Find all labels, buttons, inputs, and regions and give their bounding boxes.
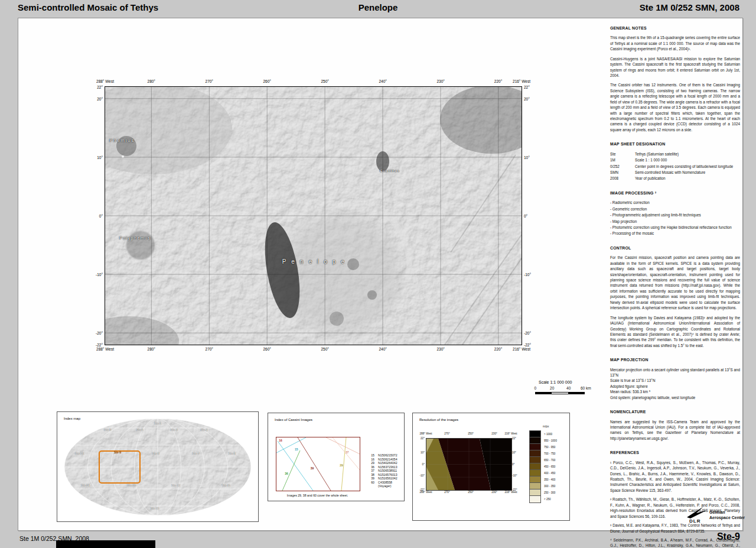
quad-label: Ste-3 xyxy=(170,428,177,432)
resolution-bin-label: 700 - 750 xyxy=(544,452,555,455)
feature-label: Euanthes xyxy=(380,169,399,173)
control-p2: The longitude system by Davies and Katay… xyxy=(610,315,740,349)
image-index-panel: Index of Cassini Images 161537293936 xyxy=(268,413,405,501)
scalebar: Scale 1:1 000 000 0204060 km xyxy=(535,380,600,394)
lat-label: -20° xyxy=(524,331,531,335)
resolution-bin-label: 950 - 1000 xyxy=(544,439,557,442)
res-lat-label: -10° xyxy=(420,474,425,477)
lon-label: 250° xyxy=(321,79,329,83)
image-processing-item: - Map projection xyxy=(610,219,740,224)
image-processing-item: - Radiometric correction xyxy=(610,200,740,205)
resolution-bin: < 250 xyxy=(529,496,557,502)
lon-label: 216° West xyxy=(513,347,530,351)
quad-label: Ste-12 xyxy=(171,484,180,487)
footprint-number: 29 xyxy=(340,463,343,467)
section-heading-nomenclature: NOMENCLATURE xyxy=(610,409,740,415)
lon-label: 220° xyxy=(494,347,502,351)
designation-term: Ste xyxy=(610,151,635,157)
resolution-caption: Resolution of the images xyxy=(419,418,458,421)
lat-label: -10° xyxy=(524,272,531,276)
lat-label: -20° xyxy=(96,331,103,335)
designation-term: SMN xyxy=(610,170,635,175)
bottom-black-bar xyxy=(56,540,155,548)
resolution-bin-label: 750 - 950 xyxy=(544,446,555,449)
reference-item: ¹ Porco, C.C., West, R.A., Squyres, S., … xyxy=(610,460,740,494)
image-number: 60 xyxy=(367,481,374,488)
designation-row: SMN Semi-controlled Mosaic with Nomencla… xyxy=(610,170,740,175)
resolution-bin-label: < 250 xyxy=(544,498,551,501)
image-footprint-plot: 161537293936 xyxy=(276,437,360,491)
resolution-lat-labels-left: 22°10°0°-10°-22° xyxy=(415,438,425,489)
quad-label: Ste-1 xyxy=(154,421,161,425)
lon-label: 270° xyxy=(206,347,213,351)
lon-label: 280° xyxy=(148,347,155,351)
main-map: 288° West280°270°260°250°240°230°220°216… xyxy=(105,86,522,345)
resolution-bin-label: 350 - 400 xyxy=(544,478,555,481)
lon-label: 250° xyxy=(321,347,329,351)
scalebar-tick: 60 km xyxy=(581,386,591,390)
res-lat-label: 10° xyxy=(421,450,425,453)
control-p1: For the Cassini mission, spacecraft posi… xyxy=(610,255,740,310)
lon-label: 280° xyxy=(148,79,155,83)
map-lat-labels-right: 22°20°10°0°-10°-20°-22° xyxy=(524,87,542,345)
section-heading-general-notes: GENERAL NOTES xyxy=(610,25,740,31)
image-legend: 15 N1506215072 16 N1506214054 29 N154026… xyxy=(367,453,404,488)
map-lon-labels-top: 288° West280°270°260°250°240°230°220°216… xyxy=(105,79,522,85)
lon-label: 260° xyxy=(263,79,271,83)
map-lon-labels-bottom: 288° West280°270°260°250°240°230°220°216… xyxy=(105,347,522,353)
general-notes-p3: The Cassini orbiter has 12 instruments. … xyxy=(610,82,740,132)
designation-term: 0/252 xyxy=(610,164,635,169)
current-sheet-outline xyxy=(99,450,141,484)
image-processing-item: - Photometric correction using the Hapke… xyxy=(610,225,740,230)
quad-label: Ste-15 xyxy=(151,507,159,510)
scalebar-title: Scale 1:1 000 000 xyxy=(539,380,600,384)
section-heading-image-processing: IMAGE PROCESSING ² xyxy=(610,190,740,196)
quad-label: Ste-14 xyxy=(81,484,90,487)
image-id: C4308558 (Voyager) xyxy=(378,481,404,488)
res-lon-label: 230° xyxy=(491,491,497,494)
lon-label: 230° xyxy=(436,79,444,83)
lat-label: -22° xyxy=(96,343,103,347)
image-processing-list: - Radiometric correction- Geometric corr… xyxy=(610,200,740,236)
lat-label: 22° xyxy=(97,85,103,89)
projection-line: Grid system: planetographic latitude, we… xyxy=(610,395,740,400)
main-map-mosaic xyxy=(105,87,522,345)
resolution-panel: Resolution of the images 288° West270°25… xyxy=(412,413,570,521)
resolution-legend: > 1000 950 - 1000 750 - 950 700 xyxy=(529,431,557,502)
footprint-number: 37 xyxy=(346,450,349,454)
footprint-number: 36 xyxy=(285,472,288,475)
nomenclature-text: Names are suggested by the ISS-Camera Te… xyxy=(610,419,740,442)
lat-label: 22° xyxy=(524,85,530,89)
footprint-number: 15 xyxy=(295,448,298,451)
designation-row: 2008 Year of publication xyxy=(610,176,740,181)
lat-label: 10° xyxy=(524,155,530,160)
designation-row: 1M Scale 1 : 1 000 000 xyxy=(610,157,740,163)
lon-label: 270° xyxy=(206,79,213,83)
quad-label: Ste-8 xyxy=(152,452,159,455)
image-processing-item: - Photogrammetric adjustment using limb-… xyxy=(610,212,740,218)
quad-label: Ste-11 xyxy=(221,484,230,487)
res-lon-label: 270° xyxy=(444,491,450,494)
projection-line: Adopted figure: sphere xyxy=(610,384,740,389)
res-lat-label: 22° xyxy=(512,437,516,440)
lon-label: 288° West xyxy=(96,347,114,351)
resolution-bin-label: 400 - 450 xyxy=(544,472,555,475)
res-lon-label: 288° West xyxy=(419,491,432,494)
lon-label: 240° xyxy=(379,347,387,351)
map-sheet-page: Semi-controlled Mosaic of Tethys Penelop… xyxy=(0,0,756,548)
scalebar-tick: 20 xyxy=(550,386,554,390)
scalebar-bar xyxy=(535,392,585,394)
projection-line: Scale is true at 13°S / 13°N xyxy=(610,378,740,383)
section-heading-projection: MAP PROJECTION xyxy=(610,357,740,363)
section-heading-control: CONTROL xyxy=(610,245,740,251)
designation-term: 2008 xyxy=(610,176,635,181)
scalebar-tick: 0 xyxy=(535,386,537,390)
lat-label: 10° xyxy=(97,155,103,160)
lon-label: 230° xyxy=(436,347,444,351)
feature-label: Polyphemus xyxy=(119,236,151,240)
index-map-globe xyxy=(57,412,258,521)
resolution-lon-labels-bottom: 288° West270°250°230°216° West xyxy=(426,491,511,495)
image-index-caption: Index of Cassini Images xyxy=(275,418,312,421)
header-sheet-code: Ste 1M 0/252 SMN, 2008 xyxy=(640,2,739,12)
quad-label: Ste-13 xyxy=(127,484,136,487)
